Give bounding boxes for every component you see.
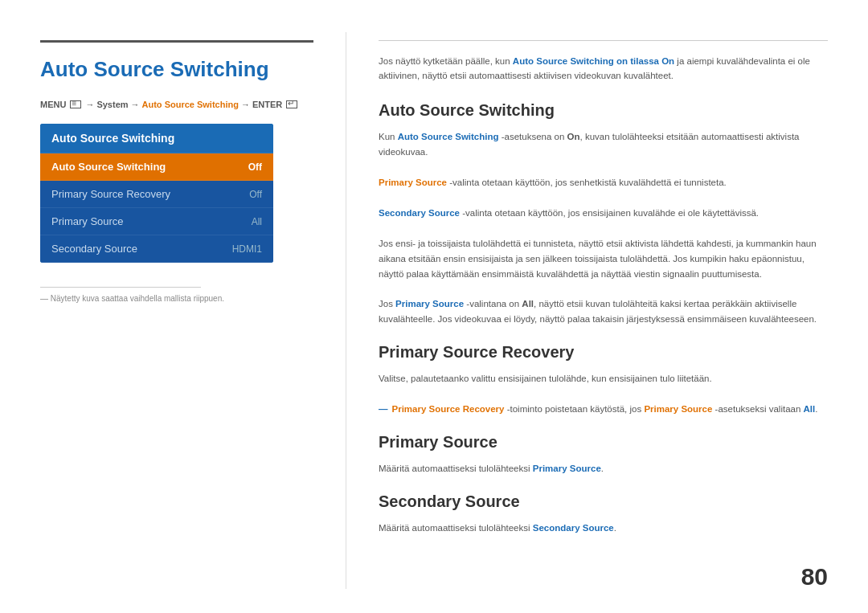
enter-icon bbox=[286, 100, 297, 108]
auto-source-bold1: Auto Source Switching bbox=[398, 132, 499, 141]
secondary-source-bold1: Secondary Source bbox=[379, 208, 460, 218]
primary-recovery-bold: Primary Source Recovery bbox=[392, 404, 505, 414]
intro-paragraph: Jos näyttö kytketään päälle, kun Auto So… bbox=[379, 54, 828, 84]
enter-label: ENTER bbox=[252, 100, 282, 109]
menu-item-auto-source[interactable]: Auto Source Switching Off bbox=[40, 153, 273, 181]
section-title-auto-source: Auto Source Switching bbox=[379, 101, 828, 120]
section-body-primary-recovery: Valitse, palautetaanko valittu ensisijai… bbox=[379, 371, 828, 417]
arrow-sep2: → bbox=[131, 100, 140, 109]
top-line-left bbox=[40, 40, 313, 43]
right-column: Jos näyttö kytketään päälle, kun Auto So… bbox=[354, 32, 828, 589]
menu-label: MENU bbox=[40, 100, 66, 109]
page-title: Auto Source Switching bbox=[40, 57, 313, 82]
menu-item-primary-recovery-label: Primary Source Recovery bbox=[51, 188, 170, 200]
column-divider bbox=[346, 32, 346, 589]
page-number: 80 bbox=[801, 563, 828, 591]
primary-source-bold2: Primary Source bbox=[395, 299, 464, 309]
menu-item-primary-source-value: All bbox=[252, 216, 262, 227]
footnote-divider bbox=[40, 287, 201, 288]
all-bold2: All bbox=[804, 404, 816, 414]
menu-item-primary-recovery[interactable]: Primary Source Recovery Off bbox=[40, 181, 273, 208]
top-line-right bbox=[379, 40, 828, 41]
menu-items-list: Auto Source Switching Off Primary Source… bbox=[40, 153, 273, 263]
secondary-source-link: Secondary Source bbox=[533, 523, 614, 533]
primary-source-link: Primary Source bbox=[533, 464, 601, 473]
menu-box-title: Auto Source Switching bbox=[40, 124, 273, 153]
auto-source-switching-label: Auto Source Switching bbox=[142, 100, 239, 109]
menu-item-primary-source[interactable]: Primary Source All bbox=[40, 208, 273, 235]
note-dash: — bbox=[379, 402, 388, 417]
auto-source-on: On bbox=[567, 132, 580, 141]
section-body-primary-source: Määritä automaattiseksi tulolähteeksi Pr… bbox=[379, 461, 828, 476]
menu-path: MENU → System → Auto Source Switching → … bbox=[40, 100, 313, 109]
menu-item-auto-source-value: Off bbox=[248, 161, 262, 173]
footnote-text: — Näytetty kuva saattaa vaihdella mallis… bbox=[40, 294, 313, 303]
note-line: — Primary Source Recovery -toiminto pois… bbox=[379, 402, 828, 417]
section-body-secondary-source: Määritä automaattiseksi tulolähteeksi Se… bbox=[379, 521, 828, 536]
primary-source-bold3: Primary Source bbox=[644, 404, 712, 414]
note-content: Primary Source Recovery -toiminto poiste… bbox=[392, 402, 818, 417]
section-title-secondary-source: Secondary Source bbox=[379, 492, 828, 511]
section-title-primary-source: Primary Source bbox=[379, 433, 828, 452]
primary-source-bold1: Primary Source bbox=[379, 178, 447, 187]
menu-icon bbox=[70, 100, 81, 108]
arrow-sep1: → bbox=[85, 100, 94, 109]
section-title-primary-recovery: Primary Source Recovery bbox=[379, 343, 828, 362]
system-label: System bbox=[96, 100, 128, 109]
left-column: Auto Source Switching MENU → System → Au… bbox=[40, 32, 338, 589]
menu-item-primary-recovery-value: Off bbox=[249, 189, 262, 200]
menu-item-secondary-source-value: HDMI1 bbox=[232, 243, 262, 255]
menu-item-primary-source-label: Primary Source bbox=[51, 215, 124, 227]
menu-item-secondary-source-label: Secondary Source bbox=[51, 243, 137, 255]
menu-item-secondary-source[interactable]: Secondary Source HDMI1 bbox=[40, 235, 273, 263]
arrow-sep3: → bbox=[241, 100, 250, 109]
intro-bold-text: Auto Source Switching on tilassa On bbox=[513, 56, 674, 66]
menu-item-auto-source-label: Auto Source Switching bbox=[51, 161, 166, 173]
all-bold: All bbox=[522, 299, 534, 309]
menu-box: Auto Source Switching Auto Source Switch… bbox=[40, 124, 273, 263]
section-body-auto-source: Kun Auto Source Switching -asetuksena on… bbox=[379, 129, 828, 328]
